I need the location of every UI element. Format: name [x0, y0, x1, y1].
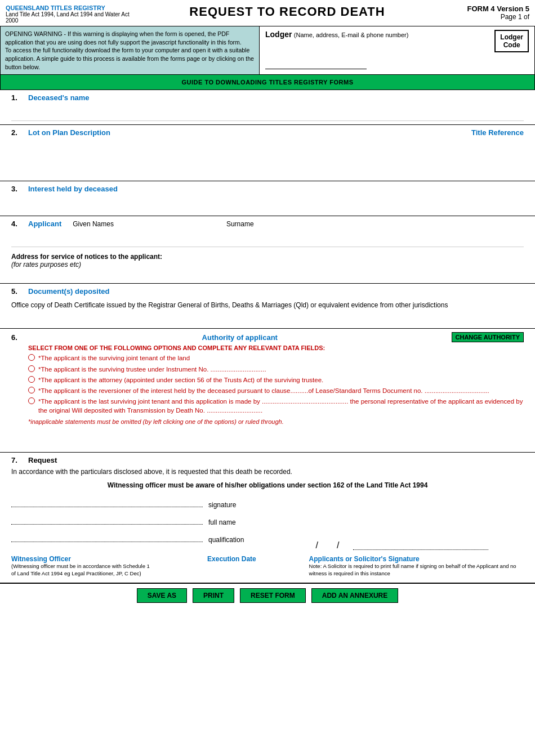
radio-5[interactable] [28, 397, 35, 404]
applicant-sig-col: Applicants or Solicitor's Signature Note… [309, 555, 524, 577]
address-sub: (for rates purposes etc) [11, 261, 524, 269]
option-text-5: *The applicant is the last surviving joi… [38, 397, 524, 415]
option-row-1[interactable]: *The applicant is the surviving joint te… [28, 354, 524, 363]
option-text-2: *The applicant is the surviving trustee … [38, 365, 266, 374]
address-section: Address for service of notices to the ap… [11, 253, 524, 269]
form-number: FORM 4 Version 5 [445, 5, 529, 13]
sig-line-3: qualification [11, 533, 262, 544]
option-row-2[interactable]: *The applicant is the surviving trustee … [28, 365, 524, 374]
warning-text: OPENING WARNING - If this warning is dis… [5, 30, 255, 71]
witness-col: Witnessing Officer (Witnessing officer m… [11, 555, 154, 577]
act-label: Land Title Act 1994, Land Act 1994 and W… [6, 11, 130, 24]
option-text-3: *The applicant is the attorney (appointe… [38, 375, 323, 384]
sig-line-2: full name [11, 516, 524, 526]
guide-btn-label[interactable]: GUIDE TO DOWNLOADING TITLES REGISTRY FOR… [182, 79, 354, 86]
given-names-label: Given Names [73, 220, 114, 228]
radio-3[interactable] [28, 376, 35, 383]
lodger-code-box: Lodger Code [494, 30, 529, 52]
lodger-section: Lodger (Name, address, E-mail & phone nu… [260, 26, 534, 74]
section-4: 4. Applicant Given Names Surname Address… [0, 216, 535, 284]
header-left: QUEENSLAND TITLES REGISTRY Land Title Ac… [6, 5, 130, 24]
page-of: Page 1 of [445, 13, 529, 21]
header: QUEENSLAND TITLES REGISTRY Land Title Ac… [0, 0, 535, 26]
section-2: 2. Lot on Plan Description Title Referen… [0, 125, 535, 181]
option-row-4[interactable]: *The applicant is the reversioner of the… [28, 386, 524, 395]
section-7-header: 7. Request [11, 456, 524, 464]
option-row-5[interactable]: *The applicant is the last surviving joi… [28, 397, 524, 415]
address-label: Address for service of notices to the ap… [11, 253, 524, 261]
warning-box: OPENING WARNING - If this warning is dis… [1, 26, 260, 74]
annexure-button[interactable]: ADD AN ANNEXURE [311, 588, 398, 603]
surname-label: Surname [226, 220, 254, 228]
doc-text: Office copy of Death Certificate issued … [11, 300, 524, 310]
inapplicable-text: *inapplicable statements must be omitted… [28, 418, 524, 425]
sig-dots-3 [11, 533, 203, 542]
option-row-3[interactable]: *The applicant is the attorney (appointe… [28, 375, 524, 384]
witness-note: (Witnessing officer must be in accordanc… [11, 563, 154, 577]
sig-label-3: qualification [208, 536, 244, 544]
select-text: SELECT FROM ONE OF THE FOLLOWING OPTIONS… [28, 345, 524, 351]
section-1-header: 1. Deceased's name [11, 93, 524, 102]
bottom-sig-row: Witnessing Officer (Witnessing officer m… [11, 555, 524, 577]
footer-bar: SAVE AS PRINT RESET FORM ADD AN ANNEXURE [0, 583, 535, 607]
header-right: FORM 4 Version 5 Page 1 of [445, 5, 529, 21]
request-text: In accordance with the particulars discl… [11, 468, 524, 476]
witnessing-title: Witnessing Officer [11, 555, 154, 563]
qual-col: qualification [11, 533, 262, 551]
print-button[interactable]: PRINT [193, 588, 234, 603]
option-text-1: *The applicant is the surviving joint te… [38, 354, 190, 363]
sig-label-1: signature [208, 501, 236, 509]
radio-1[interactable] [28, 354, 35, 361]
section-6-content: SELECT FROM ONE OF THE FOLLOWING OPTIONS… [11, 345, 524, 425]
radio-2[interactable] [28, 365, 35, 372]
guide-bar[interactable]: GUIDE TO DOWNLOADING TITLES REGISTRY FOR… [0, 75, 535, 90]
section-2-header: 2. Lot on Plan Description Title Referen… [11, 128, 524, 137]
applicant-note: Note: A Solicitor is required to print f… [309, 563, 524, 577]
applicant-title: Applicants or Solicitor's Signature [309, 555, 524, 563]
section-5: 5. Document(s) deposited Office copy of … [0, 284, 535, 329]
section-7-title: Request [28, 456, 57, 464]
lodger-label: Lodger (Name, address, E-mail & phone nu… [265, 30, 408, 69]
execution-date-area: / / [273, 540, 524, 551]
option-text-4: *The applicant is the reversioner of the… [38, 386, 489, 395]
sig-line-1: signature [11, 498, 524, 509]
section-5-header: 5. Document(s) deposited [11, 287, 524, 296]
sig-dots-2 [11, 516, 203, 525]
witness-bold-text: Witnessing officer must be aware of his/… [11, 481, 524, 489]
section-3-header: 3. Interest held by deceased [11, 185, 524, 193]
execution-title: Execution Date [160, 555, 303, 563]
page: QUEENSLAND TITLES REGISTRY Land Title Ac… [0, 0, 535, 756]
radio-4[interactable] [28, 387, 35, 393]
execution-col: Execution Date [160, 555, 303, 563]
applicant-sig-dots [353, 541, 488, 550]
qtr-label: QUEENSLAND TITLES REGISTRY [6, 5, 130, 11]
form-title: REQUEST TO RECORD DEATH [130, 5, 445, 19]
sig-dots-1 [11, 498, 203, 507]
section-6: 6. Authority of applicant CHANGE AUTHORI… [0, 329, 535, 453]
sig-label-2: full name [208, 518, 236, 526]
section-3: 3. Interest held by deceased [0, 181, 535, 216]
execution-slash: / / [309, 540, 351, 551]
section-1: 1. Deceased's name [0, 90, 535, 125]
section-4-header: 4. Applicant Given Names Surname [11, 220, 524, 228]
save-button[interactable]: SAVE AS [137, 588, 187, 603]
signature-area: signature full name qualification / / W [0, 493, 535, 583]
warning-section: OPENING WARNING - If this warning is dis… [0, 26, 535, 75]
reset-button[interactable]: RESET FORM [240, 588, 306, 603]
section-7: 7. Request In accordance with the partic… [0, 453, 535, 493]
qual-sig-row: qualification / / [11, 533, 524, 551]
section-6-header: 6. Authority of applicant CHANGE AUTHORI… [11, 332, 524, 342]
change-authority-button[interactable]: CHANGE AUTHORITY [452, 332, 524, 342]
